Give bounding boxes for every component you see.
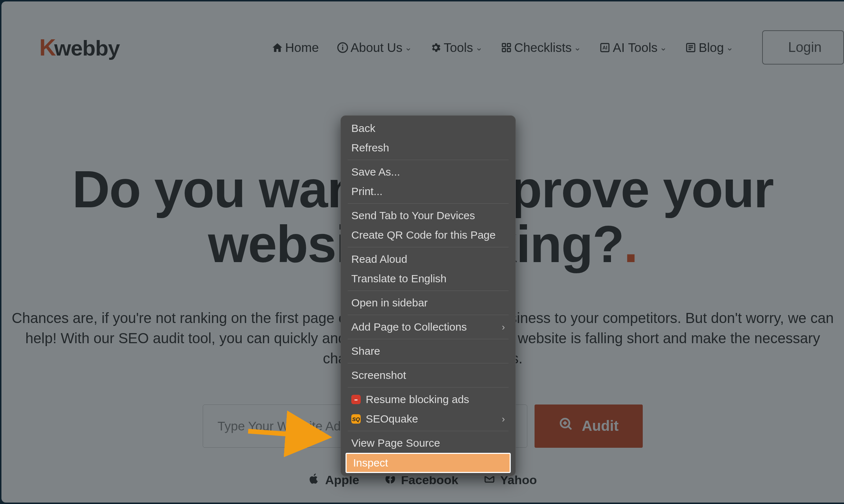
info-icon [337,42,348,53]
cm-screenshot[interactable]: Screenshot [343,366,514,385]
cm-resume-ads[interactable]: Resume blocking ads [343,390,514,409]
cm-separator [348,160,509,160]
svg-rect-4 [507,43,510,47]
cm-view-source[interactable]: View Page Source [343,433,514,453]
home-icon [272,42,283,53]
cm-separator [348,363,509,363]
cm-add-collections[interactable]: Add Page to Collections › [343,317,514,337]
nav-about-label: About Us [351,40,403,55]
nav-checklists-label: Checklists [514,40,572,55]
magnify-icon [559,417,574,435]
svg-rect-6 [507,48,510,52]
seoquake-icon: SQ [351,414,361,424]
nav-blog[interactable]: Blog ⌄ [685,40,733,55]
arrow-annotation [248,422,342,448]
nav-ai-tools-label: AI Tools [613,40,658,55]
svg-line-14 [568,426,571,429]
cm-refresh[interactable]: Refresh [343,138,514,158]
cm-separator [348,315,509,315]
cm-separator [348,203,509,204]
gear-icon [430,42,441,53]
apple-icon [308,473,320,487]
nav-checklists[interactable]: Checklists ⌄ [501,40,581,55]
logo[interactable]: Kwebby [39,34,120,61]
ai-icon: AI [599,42,611,53]
cm-separator [348,291,509,291]
grid-icon [501,42,512,53]
login-button[interactable]: Login [762,30,844,65]
chevron-right-icon: › [502,414,505,425]
cm-translate[interactable]: Translate to English [343,269,514,288]
header: Kwebby Home About Us ⌄ Tools [1,1,844,79]
logo-k: K [39,34,56,61]
cm-separator [348,431,509,431]
cm-read-aloud[interactable]: Read Aloud [343,249,514,269]
nav-blog-label: Blog [699,40,724,55]
cm-send-tab[interactable]: Send Tab to Your Devices [343,206,514,225]
nav-ai-tools[interactable]: AI AI Tools ⌄ [599,40,667,55]
svg-rect-3 [502,43,505,47]
svg-text:AI: AI [602,45,607,50]
login-label: Login [788,40,822,55]
cm-separator [348,247,509,247]
chevron-down-icon: ⌄ [660,43,667,53]
audit-button[interactable]: Audit [535,404,643,448]
cm-create-qr[interactable]: Create QR Code for this Page [343,225,514,245]
context-menu: Back Refresh Save As... Print... Send Ta… [340,115,516,476]
cm-seoquake[interactable]: SQ SEOquake › [343,409,514,429]
cm-separator [348,339,509,339]
nav-home[interactable]: Home [272,40,319,55]
chevron-down-icon: ⌄ [726,43,733,53]
chevron-right-icon: › [502,322,505,333]
adblock-icon [351,395,361,404]
nav-home-label: Home [285,40,319,55]
nav-about[interactable]: About Us ⌄ [337,40,412,55]
cm-separator [348,387,509,388]
cm-inspect[interactable]: Inspect [346,453,511,473]
nav: Home About Us ⌄ Tools ⌄ Checkli [272,30,844,65]
chevron-down-icon: ⌄ [475,43,483,53]
svg-line-18 [248,431,328,437]
cm-save-as[interactable]: Save As... [343,162,514,182]
chevron-down-icon: ⌄ [574,43,581,53]
cm-open-sidebar[interactable]: Open in sidebar [343,293,514,313]
nav-tools-label: Tools [444,40,473,55]
cm-back[interactable]: Back [343,119,514,138]
blog-icon [685,42,696,53]
nav-tools[interactable]: Tools ⌄ [430,40,483,55]
svg-rect-5 [502,48,505,52]
svg-point-2 [342,44,343,45]
chevron-down-icon: ⌄ [405,43,412,53]
hero-title-dot: . [624,215,637,273]
cm-share[interactable]: Share [343,341,514,361]
audit-label: Audit [582,418,619,434]
logo-rest: webby [54,36,120,61]
cm-print[interactable]: Print... [343,182,514,201]
